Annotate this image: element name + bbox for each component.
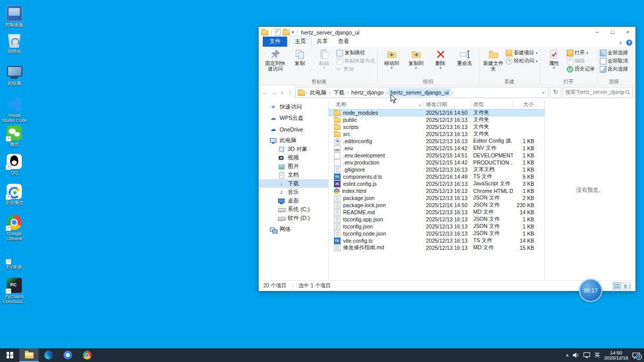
table-row[interactable]: vite.config.ts2025/12/13 16:13TS 文件14 KB	[329, 237, 544, 244]
edit-button[interactable]: 编辑	[567, 57, 595, 64]
delete-button[interactable]: 删除 ▾	[428, 47, 452, 70]
paste-shortcut-button[interactable]: 粘贴快捷方式	[336, 57, 375, 64]
desktop-icon-control-panel[interactable]: 控制面板	[1, 5, 27, 27]
forward-button[interactable]: →	[270, 89, 278, 96]
copy-to-button[interactable]: 复制到 ▾	[404, 47, 428, 70]
taskbar-edge-browser[interactable]	[39, 348, 58, 362]
desktop-icon-qq[interactable]: ↗QQ	[1, 154, 27, 175]
title-bar[interactable]: ▾ hertz_server_django_ui − □ ×	[259, 27, 635, 38]
pin-to-quick-access-button[interactable]: 固定到快速访问	[263, 47, 287, 72]
details-view-button[interactable]	[613, 282, 621, 289]
sidebar-item-videos[interactable]: 视频	[259, 153, 328, 162]
sidebar-item-drive-d[interactable]: 软件 (D:)	[259, 214, 328, 222]
table-row[interactable]: .env2025/12/15 14:42ENV 文件1 KB	[329, 145, 544, 152]
show-hidden-icons-caret[interactable]: ∧	[566, 353, 569, 358]
sidebar-item-desktop[interactable]: 桌面	[259, 196, 328, 205]
table-row[interactable]: 修改操作指南.md2025/12/13 16:13MD 文件15 KB	[329, 244, 544, 251]
desktop-icon-pycharm[interactable]: ↗PyCharm Communi...	[1, 278, 27, 304]
table-row[interactable]: README.md2025/12/13 16:13MD 文件14 KB	[329, 209, 544, 216]
sidebar-item-network[interactable]: 网络	[259, 225, 328, 234]
easy-access-button[interactable]: 轻松访问 ▾	[506, 57, 538, 64]
copy-button[interactable]: 复制	[288, 47, 312, 66]
table-row[interactable]: eslint.config.js2025/12/13 16:13JavaScri…	[329, 180, 544, 187]
sidebar-item-music[interactable]: 音乐	[259, 188, 328, 196]
table-row[interactable]: index.html2025/12/13 16:13Chrome HTML D.…	[329, 187, 544, 194]
column-header-date[interactable]: 修改日期	[424, 101, 471, 108]
table-row[interactable]: components.d.ts2025/12/16 14:49TS 文件5 KB	[329, 173, 544, 180]
taskbar-clock[interactable]: 14:50 2025/12/16	[604, 350, 628, 360]
sidebar-item-drive-c[interactable]: 系统 (C:)	[259, 205, 328, 214]
desktop-icon-wechat-work[interactable]: ↗企业微信	[1, 184, 27, 205]
sidebar-item-wps-cloud[interactable]: WPS云盘	[259, 114, 328, 122]
desktop-icon-wechat[interactable]: ↗微信	[1, 125, 27, 147]
table-row[interactable]: tsconfig.app.json2025/12/13 16:13JSON 文件…	[329, 216, 544, 223]
desktop-icon-recycle-bin[interactable]: 回收站	[1, 32, 27, 54]
taskbar-chrome[interactable]	[77, 348, 97, 362]
table-row[interactable]: .editorconfig2025/12/13 16:13Editor Conf…	[329, 138, 544, 145]
table-row[interactable]: .env.production2025/12/15 14:42PRODUCTIO…	[329, 159, 544, 166]
sidebar-item-3d-objects[interactable]: 3D 对象	[259, 145, 328, 153]
input-language-indicator[interactable]: 英	[594, 351, 600, 359]
breadcrumb-item[interactable]: 此电脑	[308, 88, 328, 96]
filter-caret-icon[interactable]: ∨	[418, 102, 421, 109]
breadcrumb-item[interactable]: hertz_server_django_ui	[388, 88, 451, 96]
search-input[interactable]: 搜索"hertz_server_django_ui"	[563, 87, 633, 98]
select-all-button[interactable]: 全部选择	[600, 49, 628, 56]
breadcrumb-item[interactable]: hertz_django	[349, 88, 386, 96]
breadcrumb-item[interactable]: 下载	[331, 88, 347, 96]
recording-timer-bubble[interactable]: 00:17	[579, 279, 602, 302]
tab-view[interactable]: 查看	[333, 37, 354, 47]
table-row[interactable]: tsconfig.node.json2025/12/13 16:13JSON 文…	[329, 230, 544, 237]
thumbnails-view-button[interactable]	[623, 282, 631, 289]
recent-locations-caret-icon[interactable]: ∨	[280, 90, 285, 95]
qat-customize-caret-icon[interactable]: ▾	[292, 30, 294, 35]
select-none-button[interactable]: 全部取消	[600, 57, 628, 64]
invert-selection-button[interactable]: 反向选择	[600, 65, 628, 73]
sidebar-item-quick-access[interactable]: 快速访问	[259, 103, 328, 111]
desktop-icon-ev-recorder[interactable]: ↗EV录屏	[1, 248, 27, 270]
action-center-button[interactable]: 2	[632, 352, 640, 358]
close-button[interactable]: ×	[620, 27, 635, 37]
sidebar-item-downloads[interactable]: 下载	[259, 179, 328, 188]
speaker-icon[interactable]	[573, 352, 579, 358]
tab-share[interactable]: 共享	[312, 37, 333, 47]
column-header-size[interactable]: 大小	[513, 101, 536, 108]
start-button[interactable]	[0, 348, 19, 362]
open-button[interactable]: 打开 ▾	[567, 49, 595, 56]
table-row[interactable]: node_modules2025/12/16 14:50文件夹	[329, 109, 544, 116]
desktop-icon-vscode[interactable]: ↗Visual Studio Code	[1, 96, 27, 123]
qat-new-folder-icon[interactable]	[283, 30, 290, 36]
sidebar-item-documents[interactable]: 文档	[259, 171, 328, 179]
network-icon[interactable]	[584, 352, 590, 358]
sidebar-item-this-pc[interactable]: 此电脑	[259, 136, 328, 145]
table-row[interactable]: scripts2025/12/13 16:13文件夹	[329, 123, 544, 130]
back-button[interactable]: ←	[261, 89, 269, 96]
sidebar-item-pictures[interactable]: 图片	[259, 162, 328, 171]
table-row[interactable]: public2025/12/13 16:13文件夹	[329, 116, 544, 123]
qat-properties-icon[interactable]	[275, 29, 281, 36]
copy-path-button[interactable]: 复制路径	[336, 49, 375, 56]
table-row[interactable]: .gitignore2025/12/13 16:13文本文档1 KB	[329, 166, 544, 173]
tab-file[interactable]: 文件	[263, 37, 287, 47]
refresh-button[interactable]: ↻	[550, 87, 561, 98]
column-header-name[interactable]: ˆ 名称 ∨	[329, 101, 424, 108]
table-row[interactable]: src2025/12/13 16:13文件夹	[329, 130, 544, 138]
table-row[interactable]: package-lock.json2025/12/16 14:50JSON 文件…	[329, 202, 544, 209]
taskbar-file-explorer[interactable]	[19, 348, 39, 362]
help-icon[interactable]: ?	[626, 40, 632, 46]
minimize-button[interactable]: −	[590, 27, 605, 37]
desktop-icon-chrome[interactable]: ↗Google Chrome	[1, 215, 27, 241]
taskbar-messenger-app[interactable]	[58, 348, 77, 362]
collapse-ribbon-icon[interactable]: ∧	[619, 40, 622, 45]
table-row[interactable]: .env.development2025/12/15 14:51DEVELOPM…	[329, 152, 544, 159]
rename-button[interactable]: 重命名	[453, 47, 477, 66]
column-header-type[interactable]: 类型	[471, 101, 513, 108]
new-folder-button[interactable]: 新建文件夹	[481, 47, 505, 72]
sidebar-item-onedrive[interactable]: OneDrive	[259, 125, 328, 134]
cut-button[interactable]: ✂ 剪切	[336, 65, 375, 73]
new-item-button[interactable]: 新建项目 ▾	[506, 49, 538, 56]
move-to-button[interactable]: 移动到 ▾	[380, 47, 404, 70]
desktop-icon-this-pc[interactable]: 此电脑	[1, 64, 27, 86]
table-row[interactable]: package.json2025/12/13 16:13JSON 文件2 KB	[329, 194, 544, 202]
history-button[interactable]: 历史记录	[567, 65, 595, 73]
